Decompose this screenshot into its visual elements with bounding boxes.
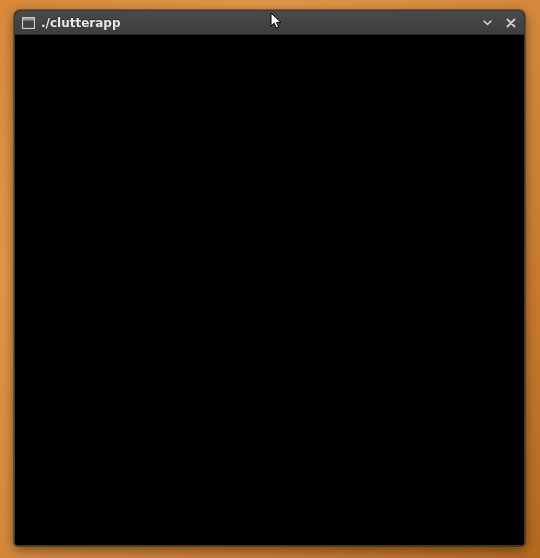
window-content-area: [15, 35, 524, 545]
window-title: ./clutterapp: [41, 16, 474, 30]
app-window-icon: [21, 16, 35, 30]
close-icon: [506, 18, 516, 28]
chevron-down-icon: [482, 17, 493, 28]
minimize-button[interactable]: [480, 16, 494, 30]
window-titlebar[interactable]: ./clutterapp: [15, 11, 524, 35]
close-button[interactable]: [504, 16, 518, 30]
window-controls: [480, 16, 518, 30]
svg-rect-1: [22, 17, 34, 20]
application-window: ./clutterapp: [14, 10, 525, 546]
